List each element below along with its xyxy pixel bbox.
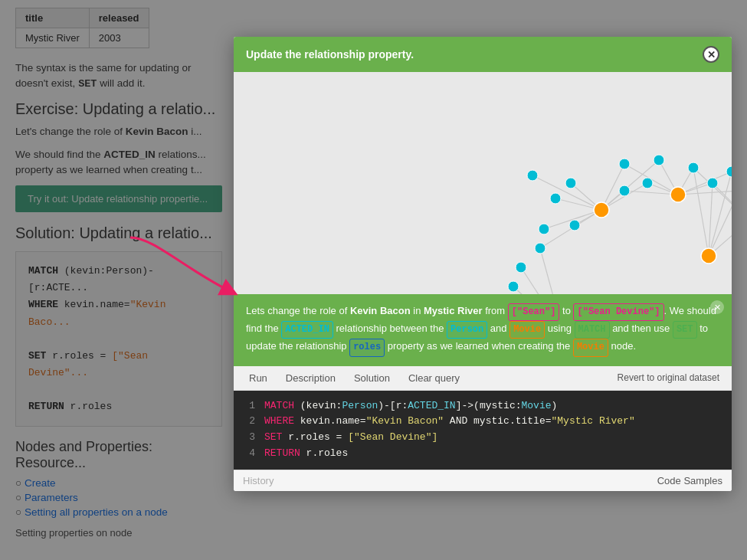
tab-run[interactable]: Run	[240, 366, 277, 390]
svg-point-105	[516, 262, 526, 273]
modal-tabs: Run Description Solution Clear query Rev…	[234, 366, 732, 391]
tag-acted-in: ACTED_IN	[281, 321, 333, 339]
history-button[interactable]: History	[243, 475, 274, 486]
graph-area	[234, 72, 732, 294]
modal-header: Update the relationship property. ✕	[234, 37, 732, 72]
modal-bottom: History Code Samples	[234, 470, 732, 491]
tooltip-close-button[interactable]: ✕	[710, 300, 724, 314]
svg-line-62	[521, 267, 563, 294]
tab-solution[interactable]: Solution	[345, 366, 399, 390]
svg-point-104	[508, 281, 519, 292]
line-num-4: 4	[244, 446, 255, 462]
code-line-1: 1 MATCH (kevin:Person)-[r:ACTED_IN]->(my…	[244, 398, 721, 414]
tab-clear-query[interactable]: Clear query	[399, 366, 469, 390]
svg-point-73	[619, 159, 630, 169]
code-text-1: MATCH (kevin:Person)-[r:ACTED_IN]->(myst…	[264, 398, 557, 414]
svg-point-77	[688, 162, 699, 173]
svg-point-117	[701, 248, 716, 264]
code-line-4: 4 RETURN r.roles	[244, 446, 721, 462]
svg-line-19	[713, 183, 732, 225]
svg-line-63	[540, 248, 563, 294]
svg-point-72	[565, 178, 576, 188]
svg-point-110	[594, 202, 609, 218]
line-num-3: 3	[244, 430, 255, 446]
svg-point-79	[726, 166, 732, 177]
tag-set: SET	[673, 321, 697, 339]
close-icon: ✕	[707, 50, 716, 60]
code-text-3: SET r.roles = ["Sean Devine"]	[264, 430, 437, 446]
svg-point-70	[550, 193, 561, 204]
code-samples-button[interactable]: Code Samples	[657, 475, 722, 486]
tag-person: Person	[447, 321, 487, 339]
code-editor[interactable]: 1 MATCH (kevin:Person)-[r:ACTED_IN]->(my…	[234, 391, 732, 470]
page-wrapper: title released Mystic River 2003 The syn…	[0, 0, 747, 560]
tag-sean: ["Sean"]	[508, 303, 560, 321]
svg-line-16	[678, 172, 732, 195]
svg-point-78	[707, 178, 718, 188]
tag-match: MATCH	[575, 321, 610, 339]
tag-movie1: Movie	[509, 321, 545, 339]
svg-point-75	[654, 155, 664, 165]
line-num-1: 1	[244, 398, 255, 414]
tag-movie2: Movie	[573, 339, 608, 356]
svg-line-64	[693, 168, 709, 256]
svg-point-76	[619, 185, 630, 196]
modal-close-button[interactable]: ✕	[703, 46, 719, 63]
line-num-2: 2	[244, 414, 255, 430]
tab-description[interactable]: Description	[277, 366, 345, 390]
tooltip-section: ✕ Lets change the role of Kevin Bacon in…	[234, 294, 732, 366]
graph-svg	[234, 72, 732, 294]
modal: Update the relationship property. ✕ ✕ Le…	[234, 37, 732, 491]
tag-sean-devine: ["Sean Devine"]	[573, 303, 663, 321]
svg-point-71	[569, 220, 580, 231]
code-text-2: WHERE kevin.name="Kevin Bacon" AND mysti…	[264, 414, 635, 430]
svg-point-111	[670, 187, 686, 202]
tag-roles: roles	[349, 339, 385, 356]
svg-line-61	[513, 287, 563, 294]
svg-point-69	[527, 170, 538, 181]
svg-point-107	[539, 224, 549, 234]
tooltip-text: Lets change the role of Kevin Bacon in M…	[246, 305, 716, 352]
svg-point-106	[535, 243, 546, 254]
svg-point-74	[642, 178, 653, 188]
code-text-4: RETURN r.roles	[264, 446, 348, 462]
code-line-3: 3 SET r.roles = ["Sean Devine"]	[244, 430, 721, 446]
code-line-2: 2 WHERE kevin.name="Kevin Bacon" AND mys…	[244, 414, 721, 430]
revert-button[interactable]: Revert to original dataset	[611, 366, 726, 389]
modal-title: Update the relationship property.	[246, 48, 414, 61]
